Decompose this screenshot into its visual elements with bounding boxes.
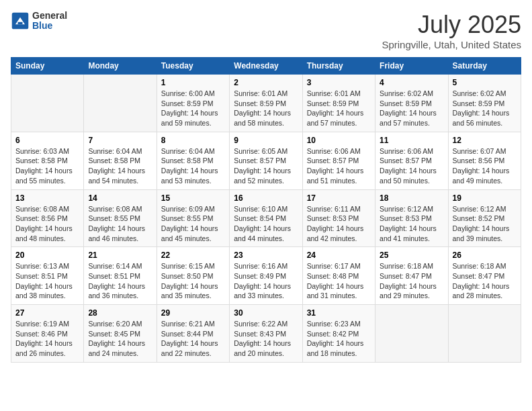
cell-details: Sunrise: 6:07 AMSunset: 8:56 PMDaylight:… [453,146,517,186]
calendar-cell: 6Sunrise: 6:03 AMSunset: 8:58 PMDaylight… [11,132,84,189]
cell-details: Sunrise: 6:02 AMSunset: 8:59 PMDaylight:… [453,89,517,128]
calendar-cell [11,75,84,132]
cell-details: Sunrise: 6:16 AMSunset: 8:49 PMDaylight:… [234,261,298,301]
header-row: SundayMondayTuesdayWednesdayThursdayFrid… [11,58,521,75]
calendar-cell [84,75,157,132]
cell-details: Sunrise: 6:01 AMSunset: 8:59 PMDaylight:… [234,89,298,128]
calendar-subtitle: Springville, Utah, United States [382,39,521,50]
day-number: 7 [88,136,152,145]
calendar-cell: 10Sunrise: 6:06 AMSunset: 8:57 PMDayligh… [302,132,375,189]
day-number: 18 [380,193,443,203]
calendar-table: SundayMondayTuesdayWednesdayThursdayFrid… [11,57,521,363]
calendar-cell: 4Sunrise: 6:02 AMSunset: 8:59 PMDaylight… [375,75,448,132]
week-row-2: 6Sunrise: 6:03 AMSunset: 8:58 PMDaylight… [11,132,521,189]
day-number: 4 [380,78,443,87]
calendar-cell: 25Sunrise: 6:18 AMSunset: 8:47 PMDayligh… [375,247,448,305]
day-number: 25 [380,250,443,260]
cell-details: Sunrise: 6:03 AMSunset: 8:58 PMDaylight:… [15,146,79,186]
cell-details: Sunrise: 6:17 AMSunset: 8:48 PMDaylight:… [307,261,371,301]
calendar-cell: 16Sunrise: 6:10 AMSunset: 8:54 PMDayligh… [230,189,302,247]
day-number: 21 [88,250,152,260]
calendar-cell: 12Sunrise: 6:07 AMSunset: 8:56 PMDayligh… [448,132,521,189]
calendar-cell: 28Sunrise: 6:20 AMSunset: 8:45 PMDayligh… [84,305,157,363]
calendar-cell: 30Sunrise: 6:22 AMSunset: 8:43 PMDayligh… [230,305,302,363]
calendar-cell: 22Sunrise: 6:15 AMSunset: 8:50 PMDayligh… [157,247,229,305]
day-number: 2 [234,78,298,87]
cell-details: Sunrise: 6:06 AMSunset: 8:57 PMDaylight:… [380,146,443,186]
day-number: 31 [307,308,371,318]
header-cell-wednesday: Wednesday [230,58,302,75]
day-number: 1 [161,78,225,87]
day-number: 6 [15,136,79,145]
calendar-cell: 9Sunrise: 6:05 AMSunset: 8:57 PMDaylight… [230,132,302,189]
cell-details: Sunrise: 6:22 AMSunset: 8:43 PMDaylight:… [234,319,298,359]
calendar-cell: 8Sunrise: 6:04 AMSunset: 8:58 PMDaylight… [157,132,229,189]
day-number: 23 [234,250,298,260]
day-number: 15 [161,193,225,203]
cell-details: Sunrise: 6:11 AMSunset: 8:53 PMDaylight:… [307,204,371,244]
header-cell-monday: Monday [84,58,157,75]
cell-details: Sunrise: 6:13 AMSunset: 8:51 PMDaylight:… [15,261,79,301]
title-block: July 2025 Springville, Utah, United Stat… [382,11,521,50]
cell-details: Sunrise: 6:14 AMSunset: 8:51 PMDaylight:… [88,261,152,301]
calendar-cell: 21Sunrise: 6:14 AMSunset: 8:51 PMDayligh… [84,247,157,305]
day-number: 29 [161,308,225,318]
cell-details: Sunrise: 6:02 AMSunset: 8:59 PMDaylight:… [380,89,443,128]
calendar-cell [375,305,448,363]
cell-details: Sunrise: 6:21 AMSunset: 8:44 PMDaylight:… [161,319,225,359]
logo: General Blue [11,11,67,32]
header-cell-sunday: Sunday [11,58,84,75]
calendar-cell: 14Sunrise: 6:08 AMSunset: 8:55 PMDayligh… [84,189,157,247]
calendar-cell: 23Sunrise: 6:16 AMSunset: 8:49 PMDayligh… [230,247,302,305]
day-number: 24 [307,250,371,260]
calendar-cell: 24Sunrise: 6:17 AMSunset: 8:48 PMDayligh… [302,247,375,305]
calendar-cell: 19Sunrise: 6:12 AMSunset: 8:52 PMDayligh… [448,189,521,247]
day-number: 19 [453,193,517,203]
day-number: 16 [234,193,298,203]
calendar-cell: 5Sunrise: 6:02 AMSunset: 8:59 PMDaylight… [448,75,521,132]
calendar-cell: 20Sunrise: 6:13 AMSunset: 8:51 PMDayligh… [11,247,84,305]
cell-details: Sunrise: 6:15 AMSunset: 8:50 PMDaylight:… [161,261,225,301]
day-number: 10 [307,136,371,145]
calendar-cell: 26Sunrise: 6:18 AMSunset: 8:47 PMDayligh… [448,247,521,305]
day-number: 3 [307,78,371,87]
calendar-cell: 3Sunrise: 6:01 AMSunset: 8:59 PMDaylight… [302,75,375,132]
logo-blue-text: Blue [32,21,67,31]
header-cell-tuesday: Tuesday [157,58,229,75]
day-number: 13 [15,193,79,203]
calendar-cell: 31Sunrise: 6:23 AMSunset: 8:42 PMDayligh… [302,305,375,363]
day-number: 8 [161,136,225,145]
day-number: 30 [234,308,298,318]
week-row-5: 27Sunrise: 6:19 AMSunset: 8:46 PMDayligh… [11,305,521,363]
cell-details: Sunrise: 6:12 AMSunset: 8:53 PMDaylight:… [380,204,443,244]
cell-details: Sunrise: 6:06 AMSunset: 8:57 PMDaylight:… [307,146,371,186]
day-number: 9 [234,136,298,145]
calendar-cell: 7Sunrise: 6:04 AMSunset: 8:58 PMDaylight… [84,132,157,189]
week-row-3: 13Sunrise: 6:08 AMSunset: 8:56 PMDayligh… [11,189,521,247]
cell-details: Sunrise: 6:01 AMSunset: 8:59 PMDaylight:… [307,89,371,128]
cell-details: Sunrise: 6:10 AMSunset: 8:54 PMDaylight:… [234,204,298,244]
calendar-cell [448,305,521,363]
calendar-cell: 17Sunrise: 6:11 AMSunset: 8:53 PMDayligh… [302,189,375,247]
header-cell-thursday: Thursday [302,58,375,75]
cell-details: Sunrise: 6:19 AMSunset: 8:46 PMDaylight:… [15,319,79,359]
calendar-cell: 1Sunrise: 6:00 AMSunset: 8:59 PMDaylight… [157,75,229,132]
day-number: 14 [88,193,152,203]
cell-details: Sunrise: 6:05 AMSunset: 8:57 PMDaylight:… [234,146,298,186]
header-cell-friday: Friday [375,58,448,75]
cell-details: Sunrise: 6:12 AMSunset: 8:52 PMDaylight:… [453,204,517,244]
calendar-cell: 27Sunrise: 6:19 AMSunset: 8:46 PMDayligh… [11,305,84,363]
cell-details: Sunrise: 6:09 AMSunset: 8:55 PMDaylight:… [161,204,225,244]
cell-details: Sunrise: 6:04 AMSunset: 8:58 PMDaylight:… [161,146,225,186]
day-number: 11 [380,136,443,145]
cell-details: Sunrise: 6:20 AMSunset: 8:45 PMDaylight:… [88,319,152,359]
cell-details: Sunrise: 6:00 AMSunset: 8:59 PMDaylight:… [161,89,225,128]
calendar-cell: 2Sunrise: 6:01 AMSunset: 8:59 PMDaylight… [230,75,302,132]
day-number: 12 [453,136,517,145]
calendar-cell: 18Sunrise: 6:12 AMSunset: 8:53 PMDayligh… [375,189,448,247]
cell-details: Sunrise: 6:23 AMSunset: 8:42 PMDaylight:… [307,319,371,359]
calendar-cell: 29Sunrise: 6:21 AMSunset: 8:44 PMDayligh… [157,305,229,363]
calendar-title: July 2025 [382,11,521,39]
cell-details: Sunrise: 6:08 AMSunset: 8:55 PMDaylight:… [88,204,152,244]
day-number: 22 [161,250,225,260]
